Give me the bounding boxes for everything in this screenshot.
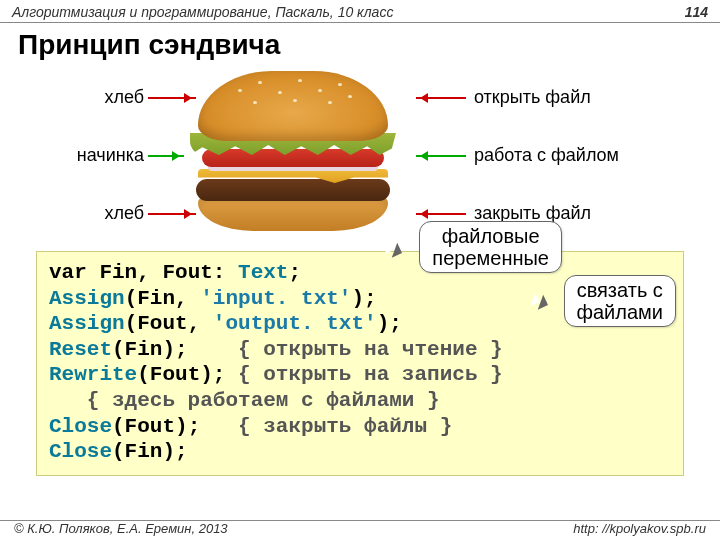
label-work-file: работа с файлом xyxy=(474,145,619,166)
arrow-right-bot xyxy=(416,213,466,215)
sandwich-image xyxy=(168,67,418,237)
arrow-left-mid xyxy=(148,155,184,157)
arrow-left-top xyxy=(148,97,196,99)
source-url: http: //kpolyakov.spb.ru xyxy=(573,521,706,536)
fn-assign2: Assign xyxy=(49,312,125,335)
fn-reset: Reset xyxy=(49,338,112,361)
arrow-right-mid xyxy=(416,155,466,157)
page-number: 114 xyxy=(685,4,708,20)
arrow-left-bot xyxy=(148,213,196,215)
fn-close1: Close xyxy=(49,415,112,438)
course-label: Алгоритмизация и программирование, Паска… xyxy=(12,4,393,20)
label-bread-bot: хлеб xyxy=(84,203,144,224)
fn-close2: Close xyxy=(49,440,112,463)
copyright: © К.Ю. Поляков, Е.А. Еремин, 2013 xyxy=(14,521,228,536)
kw-var: var xyxy=(49,261,87,284)
callout-file-variables: файловые переменные xyxy=(419,221,562,273)
slide-title: Принцип сэндвича xyxy=(0,23,720,65)
label-open-file: открыть файл xyxy=(474,87,591,108)
label-bread-top: хлеб xyxy=(84,87,144,108)
slide-footer: © К.Ю. Поляков, Е.А. Еремин, 2013 http: … xyxy=(0,520,720,536)
fn-assign1: Assign xyxy=(49,287,125,310)
label-filling: начинка xyxy=(48,145,144,166)
fn-rewrite: Rewrite xyxy=(49,363,137,386)
sandwich-diagram: хлеб начинка хлеб открыть файл работа с … xyxy=(18,65,702,245)
callout-associate-files: связать с файлами xyxy=(564,275,676,327)
arrow-right-top xyxy=(416,97,466,99)
slide-header: Алгоритмизация и программирование, Паска… xyxy=(0,0,720,23)
comment-work: { здесь работаем с файлами } xyxy=(49,389,440,412)
